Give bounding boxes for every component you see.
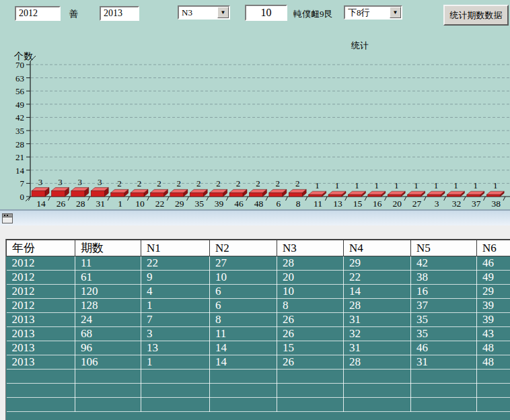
table-row[interactable]: 20126191020223849 [7,271,510,285]
table-row[interactable] [7,398,510,412]
table-cell: 14 [210,341,277,355]
table-cell: 35 [411,313,477,327]
table-cell: 128 [75,299,141,313]
sample-count-input[interactable] [245,5,287,21]
table-cell: 27 [210,256,277,271]
table-row[interactable] [7,384,510,398]
year-from-input[interactable] [15,6,61,21]
table-cell: 46 [411,341,477,355]
svg-text:1: 1 [118,199,122,209]
chevron-down-icon[interactable]: ▼ [217,7,229,18]
table-cell [411,370,477,384]
results-table: 年份期数N1N2N3N4N5N6 20121122272829424620126… [6,240,510,412]
svg-text:27: 27 [412,199,422,209]
svg-text:11: 11 [314,199,322,209]
svg-text:1: 1 [375,180,379,190]
table-cell: 16 [411,285,477,299]
svg-text:1: 1 [414,180,418,190]
svg-text:3: 3 [58,177,63,187]
table-row[interactable]: 201211222728294246 [7,256,510,271]
table-row[interactable]: 2012128168283739 [7,299,510,313]
svg-text:13: 13 [333,199,342,209]
table-row[interactable]: 2013247826313539 [7,313,510,327]
table-cell: 7 [141,313,210,327]
row-offset-label: 軘僕衄9艮 [293,8,333,20]
table-cell: 3 [141,327,210,341]
row-direction-select[interactable]: 下8行 ▼ [344,5,402,20]
year-to-input[interactable] [100,6,139,21]
column-header: N4 [344,240,411,256]
svg-text:10: 10 [135,199,145,209]
table-cell: 68 [75,327,141,341]
svg-text:2: 2 [295,178,300,188]
column-header: N3 [277,240,344,256]
table-cell: 48 [477,341,510,355]
table-row[interactable]: 20121204610141629 [7,285,510,299]
table-cell: 6 [210,299,277,313]
svg-text:1: 1 [335,180,340,190]
table-row[interactable]: 20136831126323543 [7,327,510,341]
table-cell: 2012 [7,285,75,299]
svg-text:38: 38 [491,199,501,209]
svg-text:49: 49 [15,100,24,110]
svg-text:1: 1 [355,180,359,190]
chart-title: 统计 [323,40,397,52]
svg-text:2: 2 [256,178,260,188]
table-cell: 49 [477,271,510,285]
table-cell: 48 [477,355,510,370]
table-cell: 14 [344,285,411,299]
table-row[interactable]: 201310611426283148 [7,355,510,370]
n-column-select[interactable]: N3 ▼ [178,5,230,20]
svg-text:1: 1 [453,180,458,190]
table-cell: 8 [277,299,344,313]
stat-periods-button[interactable]: 统计期数数据 [443,5,509,26]
svg-text:2: 2 [117,178,122,188]
table-cell [7,384,75,398]
svg-text:3: 3 [98,177,102,187]
svg-text:42: 42 [15,112,24,123]
table-cell: 1 [141,299,210,313]
table-cell [210,398,277,412]
svg-text:70: 70 [15,60,24,70]
svg-text:39: 39 [215,199,224,209]
table-cell: 20 [277,271,344,285]
app-window: 善 N3 ▼ 軘僕衄9艮 下8行 ▼ 统计期数数据 统计 07142128354… [0,0,510,420]
strip-gap [0,225,510,239]
svg-text:2: 2 [137,178,142,188]
table-cell: 2013 [7,355,75,370]
svg-text:个数: 个数 [13,51,33,61]
table-cell: 61 [75,271,141,285]
chevron-down-icon[interactable]: ▼ [390,7,401,18]
column-header: 年份 [7,240,75,256]
bar-chart: 07142128354249566370个数314326328331212102… [0,51,510,213]
column-header: N5 [411,240,477,256]
svg-text:21: 21 [15,152,24,162]
table-cell: 14 [210,355,277,370]
table-cell: 29 [344,256,411,271]
table-cell: 96 [75,341,141,355]
range-separator-label: 善 [69,8,78,20]
svg-text:1: 1 [493,180,498,190]
table-row[interactable] [7,370,510,384]
table-cell: 2013 [7,313,75,327]
table-cell: 28 [344,355,411,370]
svg-text:3: 3 [78,177,83,187]
svg-text:22: 22 [155,199,165,209]
svg-text:15: 15 [353,199,363,209]
svg-text:2: 2 [196,178,201,188]
window-panel-icon[interactable] [2,213,13,223]
table-cell: 22 [344,271,411,285]
svg-text:28: 28 [15,139,24,149]
svg-text:0: 0 [20,192,25,202]
table-cell [344,398,411,412]
svg-text:2: 2 [157,178,161,188]
svg-text:1: 1 [434,180,439,190]
table-cell [7,370,75,384]
svg-text:2: 2 [177,178,182,188]
svg-text:3: 3 [38,177,43,187]
table-row[interactable]: 201396131415314648 [7,341,510,355]
svg-text:6: 6 [276,199,281,209]
svg-text:8: 8 [296,199,301,209]
table-cell: 46 [477,256,510,271]
table-body: 2012112227282942462012619102022384920121… [7,256,510,412]
